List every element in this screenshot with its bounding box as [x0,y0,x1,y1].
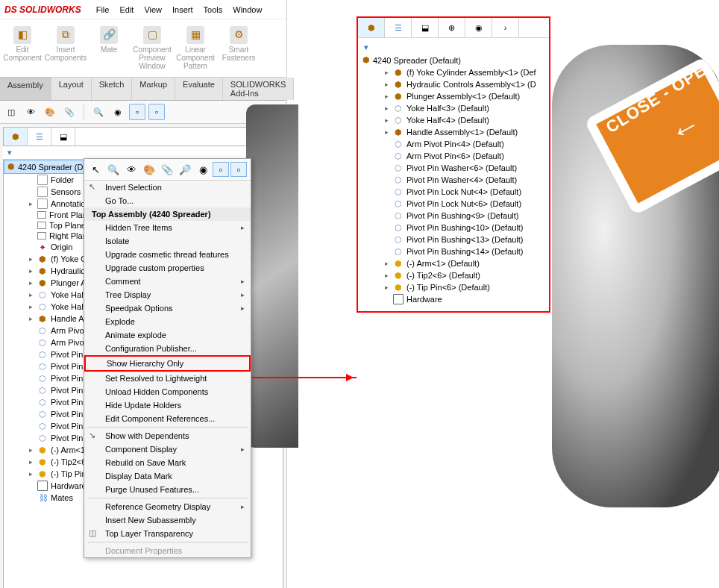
expand-icon[interactable]: ▸ [28,279,34,287]
expand-icon[interactable]: ▸ [383,93,390,100]
cmd-edit-component[interactable]: ◧Edit Component [1,22,43,74]
tab-addins[interactable]: SOLIDWORKS Add-Ins [223,78,295,100]
expand-icon[interactable]: ▸ [383,69,390,76]
expand-icon[interactable]: ▸ [28,446,34,454]
expand-icon[interactable]: ▸ [28,470,34,478]
ctx-speedpak[interactable]: Speedpak Options▸ [84,301,251,315]
tree-item[interactable]: ⬡Arm Pivot Pin<6> (Default) [360,150,547,162]
expand-icon[interactable]: ▸ [383,128,390,136]
cmd-component-preview[interactable]: ▢Component Preview Window [131,22,173,74]
tree-item[interactable]: ▸⬢(-) Tip2<6> (Default) [360,269,547,281]
expand-icon[interactable]: ▸ [383,116,390,124]
panel-tab-config[interactable]: ⬓ [412,18,439,37]
expand-icon[interactable]: ▸ [28,291,34,298]
menu-edit[interactable]: Edit [119,5,134,14]
menu-file[interactable]: File [96,5,110,14]
ctx-document-properties[interactable]: Document Properties [84,544,251,557]
ctx-animate[interactable]: Animate explode [84,328,251,342]
ctx-invert-selection[interactable]: ↖Invert Selection [84,181,251,194]
ctx-upgrade-cosmetic[interactable]: Upgrade cosmetic thread features [84,248,251,261]
ctx-search-icon[interactable]: 🔎 [177,162,193,177]
ctx-show-hierarchy-only[interactable]: Show Hierarchy Only [84,355,251,372]
ctx-sel-a-icon[interactable]: ▫ [213,162,229,177]
tree-item[interactable]: ▸⬢(-) Arm<1> (Default) [360,257,547,269]
panel-tab-appearance[interactable]: ◉ [465,18,492,37]
tree-item[interactable]: ▸⬡Yoke Half<4> (Default) [360,114,547,126]
cmd-linear-pattern[interactable]: ▦Linear Component Pattern [175,22,216,74]
ctx-purge-unused[interactable]: Purge Unused Features... [84,483,251,496]
ctx-config-publisher[interactable]: Configuration Publisher... [84,342,251,355]
expand-icon[interactable]: ▸ [383,272,390,279]
ctx-insert-new-subassembly[interactable]: Insert New Subassembly [84,513,251,527]
expand-icon[interactable]: ▸ [383,284,390,291]
ctx-zoom-sel-icon[interactable]: 🔍 [105,162,122,177]
tab-evaluate[interactable]: Evaluate [175,78,223,100]
cmd-smart-fasteners[interactable]: ⚙Smart Fasteners [218,22,260,74]
expand-icon[interactable]: ▸ [28,315,34,322]
expand-icon[interactable]: ▸ [28,200,34,207]
menu-view[interactable]: View [144,5,162,14]
cmd-mate[interactable]: 🔗Mate [88,22,130,74]
ctx-explode[interactable]: Explode [84,315,251,328]
expand-icon[interactable]: ▸ [28,303,34,310]
tree-item[interactable]: ⬡Pivot Pin Bushing<13> (Default) [360,234,547,245]
ctx-display-data-mark[interactable]: Display Data Mark [84,469,251,483]
panel-tab-property[interactable]: ☰ [385,18,412,37]
zoom-icon[interactable]: 🔍 [90,104,107,120]
transparency-a-icon[interactable]: ▫ [129,104,145,120]
ctx-attach-icon[interactable]: 📎 [159,162,175,177]
ctx-sel-b-icon[interactable]: ▫ [230,162,247,177]
expand-icon[interactable]: ▸ [28,255,34,263]
panel-tab-config[interactable]: ⬓ [51,128,75,146]
tree-item[interactable]: ▸⬢Handle Assembly<1> (Default) [360,126,547,138]
panel-tab-property[interactable]: ☰ [28,128,51,146]
menu-window[interactable]: Window [233,5,262,14]
ctx-reference-geometry-display[interactable]: Reference Geometry Display▸ [84,500,251,513]
panel-tab-feature-tree[interactable]: ⬢ [358,18,385,37]
tab-layout[interactable]: Layout [51,78,92,100]
tab-sketch[interactable]: Sketch [92,78,133,100]
ctx-unload-hidden[interactable]: Unload Hidden Components [84,385,251,398]
cmd-insert-components[interactable]: ⧉Insert Components [45,22,87,74]
panel-tab-overflow[interactable]: › [492,18,519,37]
ctx-cursor-icon[interactable]: ↖ [87,162,104,177]
tree-item[interactable]: ⬡Pivot Pin Bushing<10> (Default) [360,222,547,234]
color-wheel-icon[interactable]: ◉ [110,104,126,120]
tree-item[interactable]: ⬡Pivot Pin Washer<6> (Default) [360,162,547,174]
ctx-colorwheel-icon[interactable]: ◉ [195,162,211,177]
ctx-top-layer-transparency[interactable]: ◫Top Layer Transparency [84,527,251,540]
appearance-icon[interactable]: 🎨 [42,104,58,120]
tree-item[interactable]: ▸⬢(-) Tip Pin<6> (Default) [360,281,547,293]
funnel-icon[interactable]: ▾ [7,148,12,157]
expand-icon[interactable]: ▸ [28,267,34,275]
ctx-tree-display[interactable]: Tree Display▸ [84,288,251,301]
expand-icon[interactable]: ▸ [383,81,390,88]
ctx-isolate[interactable]: Isolate [84,234,251,248]
expand-icon[interactable]: ▸ [383,104,390,112]
tree-item[interactable]: ▸⬡Yoke Half<3> (Default) [360,102,547,114]
attachment-icon[interactable]: 📎 [61,104,78,120]
ctx-hidden-items[interactable]: Hidden Tree Items▸ [84,221,251,234]
ctx-hide-update-holders[interactable]: Hide Update Holders [84,398,251,412]
ctx-comment[interactable]: Comment▸ [84,275,251,288]
tree-item[interactable]: ▸⬢(f) Yoke Cylinder Assembly<1> (Def [360,66,547,78]
tab-markup[interactable]: Markup [132,78,175,100]
ctx-edit-component-refs[interactable]: Edit Component References... [84,412,251,425]
tree-item[interactable]: ⬡Pivot Pin Washer<4> (Default) [360,174,547,186]
ctx-rebuild-save-mark[interactable]: Rebuild on Save Mark [84,456,251,469]
menu-insert[interactable]: Insert [172,5,193,14]
tree-item[interactable]: Hardware [360,293,547,305]
tree-item[interactable]: ⬡Pivot Pin Lock Nut<4> (Default) [360,186,547,198]
tab-assembly[interactable]: Assembly [0,78,51,100]
ctx-appearance-icon[interactable]: 🎨 [141,162,157,177]
funnel-icon[interactable]: ▾ [364,43,368,51]
display-style-icon[interactable]: ◫ [3,104,19,120]
tree-item[interactable]: ⬡Arm Pivot Pin<4> (Default) [360,138,547,150]
panel-tab-display[interactable]: ⊕ [439,18,465,37]
hide-show-icon[interactable]: 👁 [22,104,39,120]
ctx-component-display[interactable]: Component Display▸ [84,442,251,456]
tree-item[interactable]: ⬡Pivot Pin Bushing<9> (Default) [360,210,547,222]
tree-item[interactable]: ⬡Pivot Pin Bushing<14> (Default) [360,245,547,257]
expand-icon[interactable]: ▸ [28,458,34,466]
ctx-upgrade-custom[interactable]: Upgrade custom properties [84,261,251,275]
